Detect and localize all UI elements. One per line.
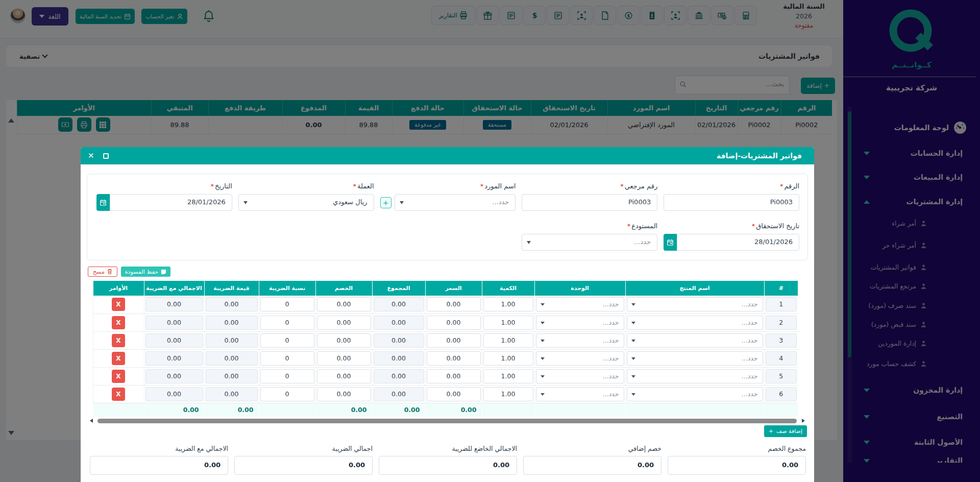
save-draft-label: حفظ المسودة <box>125 269 158 275</box>
add-supplier-button[interactable]: + <box>380 197 391 208</box>
summary-field-input[interactable]: 0.00 <box>234 456 373 475</box>
tax-value: 0.00 <box>206 316 258 330</box>
tax-rate-input[interactable]: 0 <box>260 387 314 401</box>
delete-row-button[interactable]: X <box>112 298 125 311</box>
qty-input[interactable]: 1.00 <box>483 316 533 330</box>
clear-button[interactable]: مسح <box>88 267 117 277</box>
tax-rate-input[interactable]: 0 <box>260 351 314 366</box>
qty-input[interactable]: 1.00 <box>483 297 533 311</box>
currency-select[interactable]: ريال سعودي <box>238 194 374 211</box>
total-with-tax-value: 0.00 <box>145 387 203 401</box>
date-picker-button[interactable] <box>96 194 110 211</box>
tax-rate-input[interactable]: 0 <box>260 316 314 330</box>
price-input[interactable]: 0.00 <box>427 316 481 330</box>
product-select[interactable]: حدد... <box>627 297 763 311</box>
summary-field-input[interactable]: 0.00 <box>90 456 228 475</box>
discount-input[interactable]: 0.00 <box>317 333 371 348</box>
discount-input[interactable]: 0.00 <box>317 316 371 330</box>
qty-input[interactable]: 1.00 <box>483 369 533 383</box>
subtotal-value: 0.00 <box>374 333 424 348</box>
items-horizontal-scrollbar[interactable] <box>89 418 807 424</box>
total-price: 0.00 <box>425 403 482 417</box>
tax-rate-input[interactable]: 0 <box>260 297 314 311</box>
summary-field-input[interactable]: 0.00 <box>668 456 806 475</box>
tax-rate-input[interactable]: 0 <box>260 369 314 383</box>
chevron-down-icon <box>631 393 635 396</box>
items-column-header: # <box>764 281 798 296</box>
add-row-button[interactable]: إضافة صف + <box>764 425 807 437</box>
total-discount: 0.00 <box>315 403 372 417</box>
chevron-down-icon <box>541 303 545 306</box>
qty-input[interactable]: 1.00 <box>483 333 533 348</box>
item-row: 3حدد...حدد...1.000.000.000.0000.000.00X <box>93 331 798 349</box>
items-table-header-row: #اسم المنتجالوحدةالكميةالسعرالمجموعالخصم… <box>93 281 798 296</box>
delete-row-button[interactable]: X <box>112 352 125 365</box>
summary-field-input[interactable]: 0.00 <box>523 456 662 475</box>
delete-row-button[interactable]: X <box>112 370 125 383</box>
items-column-header: المجموع <box>372 281 425 296</box>
price-input[interactable]: 0.00 <box>427 387 481 401</box>
items-column-header: اسم المنتج <box>625 281 764 296</box>
modal-close-icon[interactable]: ✕ <box>88 152 94 160</box>
product-select[interactable]: حدد... <box>627 351 763 366</box>
qty-input[interactable]: 1.00 <box>483 351 533 366</box>
supplier-select[interactable]: حدد... <box>395 194 516 211</box>
product-select[interactable]: حدد... <box>627 369 763 383</box>
summary-field-input[interactable]: 0.00 <box>379 456 517 475</box>
price-input[interactable]: 0.00 <box>427 369 481 383</box>
save-draft-button[interactable]: حفظ المسودة <box>121 267 170 277</box>
clear-label: مسح <box>93 269 105 275</box>
item-row: 2حدد...حدد...1.000.000.000.0000.000.00X <box>93 314 798 331</box>
trash-icon <box>107 269 112 275</box>
horizontal-scrollbar-thumb[interactable] <box>97 419 797 423</box>
discount-input[interactable]: 0.00 <box>317 387 371 401</box>
unit-select[interactable]: حدد... <box>536 387 624 401</box>
unit-select[interactable]: حدد... <box>536 333 624 348</box>
subtotal-value: 0.00 <box>374 297 424 311</box>
product-select[interactable]: حدد... <box>627 333 763 348</box>
scroll-left-icon[interactable] <box>90 419 93 423</box>
unit-select[interactable]: حدد... <box>536 297 624 311</box>
due-date-input[interactable]: 28/01/2026 <box>677 234 799 251</box>
discount-input[interactable]: 0.00 <box>317 297 371 311</box>
chevron-down-icon <box>631 375 635 378</box>
summary-field-2: الاجمالي الخاضع للضريبة0.00 <box>379 445 517 475</box>
summary-field-label: الاجمالي مع الضريبة <box>90 445 228 452</box>
unit-select[interactable]: حدد... <box>536 351 624 366</box>
tax-value: 0.00 <box>206 333 258 348</box>
unit-select[interactable]: حدد... <box>536 316 624 330</box>
number-input[interactable]: Pi0003 <box>664 194 799 211</box>
modal-maximize-icon[interactable] <box>103 153 109 159</box>
item-row: 5حدد...حدد...1.000.000.000.0000.000.00X <box>93 367 798 385</box>
items-column-header: الكمية <box>482 281 534 296</box>
due-date-picker-button[interactable] <box>664 234 677 251</box>
warehouse-select[interactable]: حدد... <box>522 234 657 251</box>
delete-row-button[interactable]: X <box>112 388 125 401</box>
price-input[interactable]: 0.00 <box>427 351 481 366</box>
field-warehouse-label: المستودع* <box>522 222 657 230</box>
calendar-icon <box>100 199 107 206</box>
chevron-down-icon <box>541 357 545 360</box>
chevron-down-icon <box>631 340 635 342</box>
date-input[interactable]: 28/01/2026 <box>110 194 232 211</box>
unit-select[interactable]: حدد... <box>536 369 624 383</box>
items-column-header: قيمة الضريبة <box>204 281 259 296</box>
qty-input[interactable]: 1.00 <box>483 387 533 401</box>
delete-row-button[interactable]: X <box>112 316 125 329</box>
price-input[interactable]: 0.00 <box>427 333 481 348</box>
discount-input[interactable]: 0.00 <box>317 351 371 366</box>
product-select[interactable]: حدد... <box>627 387 763 401</box>
delete-row-button[interactable]: X <box>112 334 125 347</box>
summary-field-1: خصم إضافي0.00 <box>523 445 662 475</box>
item-index: 5 <box>766 369 797 383</box>
ref-input[interactable]: Pi0003 <box>522 194 657 211</box>
discount-input[interactable]: 0.00 <box>317 369 371 383</box>
field-due-date-label: تاريخ الاستحقاق* <box>664 222 799 230</box>
tax-rate-input[interactable]: 0 <box>260 333 314 348</box>
add-invoice-modal: فواتير المشتريات-إضافة ✕ الرقم* Pi0003 ر… <box>81 147 814 482</box>
scroll-right-icon[interactable] <box>802 419 805 423</box>
price-input[interactable]: 0.00 <box>427 297 481 311</box>
total-with-tax-value: 0.00 <box>145 351 203 366</box>
product-select[interactable]: حدد... <box>627 316 763 330</box>
subtotal-value: 0.00 <box>374 316 424 330</box>
